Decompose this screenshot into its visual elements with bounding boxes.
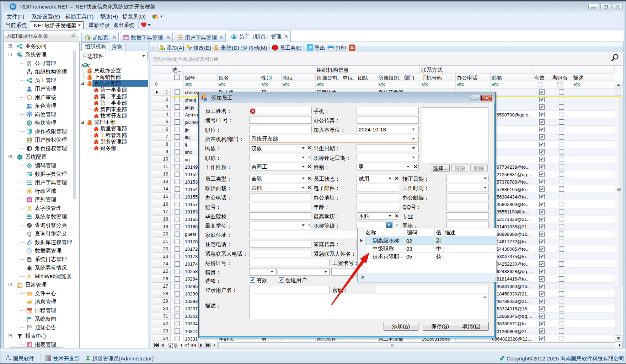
- svg-text:C: C: [190, 83, 192, 86]
- svg-text:B: B: [319, 83, 321, 86]
- svg-text:B: B: [381, 83, 383, 86]
- svg-text:A: A: [185, 83, 187, 86]
- svg-text:A: A: [574, 83, 576, 86]
- svg-text:B: B: [494, 83, 496, 86]
- svg-text:A: A: [283, 83, 285, 86]
- svg-text:C: C: [497, 83, 499, 86]
- svg-text:B: B: [187, 83, 189, 86]
- svg-text:C: C: [87, 64, 90, 67]
- svg-text:B: B: [424, 83, 426, 86]
- svg-text:C: C: [578, 83, 580, 86]
- svg-text:R: R: [11, 4, 15, 9]
- svg-text:C: C: [462, 83, 464, 86]
- svg-text:C: C: [224, 83, 226, 86]
- svg-text:B: B: [84, 64, 87, 67]
- svg-text:A: A: [317, 83, 319, 86]
- svg-text:C: C: [266, 83, 268, 86]
- svg-text:B: B: [221, 83, 223, 86]
- svg-text:C: C: [383, 83, 385, 86]
- svg-text:A: A: [457, 83, 459, 86]
- svg-text:A: A: [492, 83, 494, 86]
- svg-text:B: B: [264, 83, 266, 86]
- svg-text:A: A: [81, 64, 84, 67]
- svg-text:A: A: [219, 83, 221, 86]
- svg-text:A: A: [422, 83, 424, 86]
- svg-text:B: B: [576, 83, 578, 86]
- svg-text:A: A: [262, 83, 264, 86]
- svg-text:B: B: [459, 83, 461, 86]
- svg-text:C: C: [322, 83, 324, 86]
- svg-text:Q: Q: [27, 231, 31, 237]
- svg-text:C: C: [288, 83, 290, 86]
- svg-text:e: e: [28, 273, 31, 279]
- svg-text:B: B: [285, 83, 287, 86]
- svg-text:A: A: [379, 83, 381, 86]
- svg-text:C: C: [426, 83, 428, 86]
